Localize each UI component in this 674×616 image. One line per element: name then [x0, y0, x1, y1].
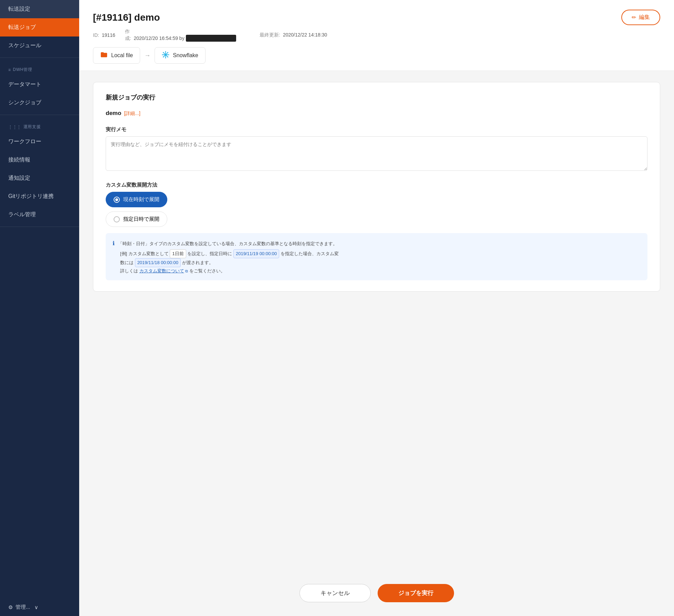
- last-updated-value: 2020/12/22 14:18:30: [283, 32, 327, 38]
- radio-current-label: 現在時刻で展開: [123, 196, 159, 203]
- sidebar-item-transfer-jobs[interactable]: 転送ジョブ: [0, 18, 79, 36]
- custom-var-link[interactable]: カスタム変数について: [139, 268, 184, 273]
- sidebar-admin[interactable]: ⚙ 管理... ∨: [0, 598, 79, 616]
- svg-point-8: [168, 54, 169, 55]
- folder-icon: [100, 51, 108, 60]
- execute-button[interactable]: ジョブを実行: [378, 584, 454, 602]
- sidebar-item-workflow[interactable]: ワークフロー: [0, 133, 79, 151]
- id-value: 19116: [102, 32, 115, 38]
- sidebar-item-label[interactable]: ラベル管理: [0, 206, 79, 224]
- footer-buttons: キャンセル ジョブを実行: [79, 576, 674, 616]
- source-label: Local file: [111, 52, 133, 59]
- main-content: [#19116] demo ✏ 編集 ID: 19116 作成: 2020/12…: [79, 0, 674, 616]
- page-title: [#19116] demo: [93, 12, 160, 23]
- pencil-icon: ✏: [632, 14, 636, 21]
- svg-point-12: [167, 52, 168, 53]
- radio-specified-time[interactable]: 指定日時で展開: [106, 211, 167, 227]
- last-updated-meta: 最終更新: 2020/12/22 14:18:30: [260, 32, 327, 38]
- dwh-icon: ≡: [8, 67, 11, 72]
- info-line3: 数には 2019/11/18 00:00:00 が渡されます。: [120, 258, 641, 267]
- radio-specified-label: 指定日時で展開: [123, 216, 159, 222]
- radio-circle-current: [114, 197, 120, 203]
- cancel-button[interactable]: キャンセル: [299, 584, 371, 602]
- svg-point-11: [163, 56, 164, 58]
- sidebar-section-ops: ⋮⋮⋮ 運用支援: [0, 118, 79, 133]
- sidebar-item-git[interactable]: Gitリポジトリ連携: [0, 187, 79, 206]
- card-title: 新規ジョブの実行: [106, 93, 647, 102]
- meta-row: ID: 19116 作成: 2020/12/20 16:54:59 by 最終更…: [93, 29, 660, 42]
- radio-circle-specified: [114, 216, 120, 222]
- job-form-card: 新規ジョブの実行 demo [詳細...] 実行メモ カスタム変数展開方法 現在…: [93, 82, 660, 292]
- svg-point-4: [165, 54, 166, 55]
- info-box: ℹ 「時刻・日付」タイプのカスタム変数を設定している場合、カスタム変数の基準とな…: [106, 233, 647, 280]
- sidebar: 転送設定 転送ジョブ スケジュール ≡ DWH管理 データマート シンクジョブ …: [0, 0, 79, 616]
- demo-label: demo: [106, 110, 121, 117]
- sidebar-item-connection[interactable]: 接続情報: [0, 151, 79, 169]
- tag-date1: 2019/11/19 00:00:00: [233, 249, 279, 258]
- sidebar-item-transfer-settings[interactable]: 転送設定: [0, 0, 79, 18]
- custom-var-label: カスタム変数展開方法: [106, 182, 647, 188]
- external-link-icon: ⧉: [185, 269, 188, 273]
- created-date: 2020/12/20 16:54:59 by: [134, 35, 185, 41]
- ops-icon: ⋮⋮⋮: [8, 125, 21, 129]
- id-label: ID: 19116: [93, 32, 115, 38]
- custom-var-section: カスタム変数展開方法 現在時刻で展開 指定日時で展開 ℹ 「時刻・日付」タイプの…: [106, 182, 647, 280]
- info-line1: ℹ 「時刻・日付」タイプのカスタム変数を設定している場合、カスタム変数の基準とな…: [113, 239, 641, 248]
- info-line2: [例] カスタム変数として 1日前 を設定し、指定日時に 2019/11/19 …: [120, 249, 641, 258]
- dest-label: Snowflake: [173, 52, 198, 59]
- svg-point-9: [163, 52, 164, 53]
- sidebar-item-notification[interactable]: 通知設定: [0, 169, 79, 187]
- content-area: 新規ジョブの実行 demo [詳細...] 実行メモ カスタム変数展開方法 現在…: [79, 71, 674, 576]
- gear-icon: ⚙: [8, 604, 13, 610]
- edit-button[interactable]: ✏ 編集: [621, 10, 660, 25]
- detail-link[interactable]: [詳細...]: [124, 111, 140, 117]
- svg-point-10: [167, 56, 168, 58]
- sidebar-item-schedule[interactable]: スケジュール: [0, 36, 79, 55]
- pipeline-dest: Snowflake: [155, 47, 206, 64]
- sidebar-item-sync-job[interactable]: シンクジョブ: [0, 94, 79, 112]
- svg-point-5: [165, 51, 166, 52]
- info-line4: 詳しくは カスタム変数について ⧉ をご覧ください。: [120, 267, 641, 275]
- page-header: [#19116] demo ✏ 編集 ID: 19116 作成: 2020/12…: [79, 0, 674, 71]
- info-icon: ℹ: [113, 239, 115, 248]
- svg-point-6: [165, 58, 166, 59]
- pipeline-row: Local file →: [93, 47, 660, 64]
- snowflake-icon: [162, 51, 169, 60]
- chevron-down-icon: ∨: [34, 604, 38, 610]
- memo-section-label: 実行メモ: [106, 126, 647, 133]
- sidebar-item-data-mart[interactable]: データマート: [0, 75, 79, 94]
- radio-current-time[interactable]: 現在時刻で展開: [106, 192, 167, 207]
- created-by-redacted: [186, 35, 236, 42]
- created-meta: 作成: 2020/12/20 16:54:59 by: [125, 29, 236, 42]
- tag-1day-ago: 1日前: [170, 249, 186, 258]
- svg-point-7: [162, 54, 163, 55]
- memo-input[interactable]: [106, 136, 647, 171]
- radio-dot-current: [115, 198, 118, 201]
- pipeline-source: Local file: [93, 47, 140, 64]
- tag-date2: 2019/11/18 00:00:00: [135, 258, 181, 267]
- pipeline-arrow: →: [144, 52, 150, 59]
- sidebar-section-dwh: ≡ DWH管理: [0, 61, 79, 75]
